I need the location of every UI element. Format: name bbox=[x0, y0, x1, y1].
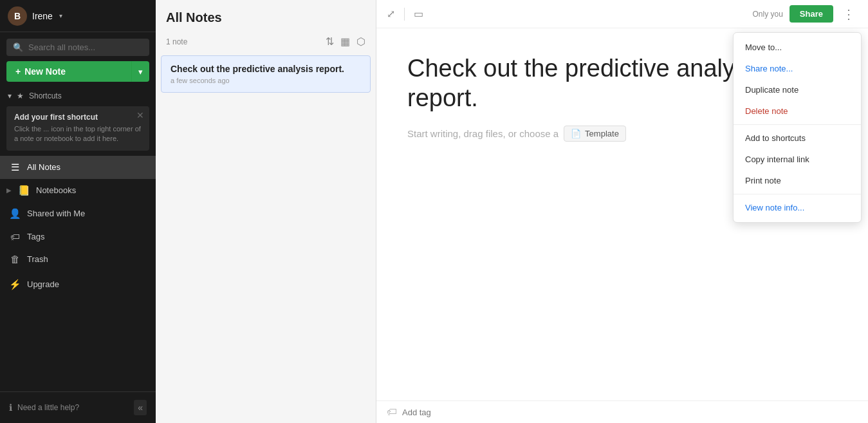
shared-label: Shared with Me bbox=[27, 209, 85, 218]
new-note-bar: + New Note ▾ bbox=[6, 61, 149, 82]
context-menu: Move to... Share note... Duplicate note … bbox=[733, 32, 862, 223]
shared-icon: 👤 bbox=[9, 208, 21, 220]
upgrade-icon: ⚡ bbox=[9, 279, 21, 290]
sidebar: B Irene ▾ 🔍 + New Note ▾ ▾ ★ Shortcuts ✕… bbox=[0, 0, 156, 423]
menu-item-move-to[interactable]: Move to... bbox=[734, 37, 861, 58]
menu-item-view-note-info[interactable]: View note info... bbox=[734, 197, 861, 218]
search-bar[interactable]: 🔍 bbox=[6, 39, 149, 56]
expand-icon[interactable]: ⤢ bbox=[387, 8, 395, 20]
menu-divider-1 bbox=[734, 124, 861, 125]
note-count: 1 note bbox=[166, 37, 187, 46]
shortcuts-chevron-icon: ▾ bbox=[8, 91, 12, 100]
menu-item-copy-internal-link[interactable]: Copy internal link bbox=[734, 149, 861, 170]
layout-icon[interactable]: ▭ bbox=[414, 8, 423, 20]
template-button[interactable]: 📄 Template bbox=[564, 126, 626, 142]
search-input[interactable] bbox=[28, 42, 143, 52]
sidebar-header: B Irene ▾ bbox=[0, 0, 156, 32]
share-button[interactable]: Share bbox=[790, 5, 833, 23]
only-you-label: Only you bbox=[753, 10, 783, 19]
upgrade-label: Upgrade bbox=[27, 279, 59, 289]
sort-icon[interactable]: ⇅ bbox=[326, 35, 334, 48]
menu-item-add-shortcuts[interactable]: Add to shortcuts bbox=[734, 127, 861, 149]
sidebar-item-trash[interactable]: 🗑 Trash bbox=[0, 248, 156, 270]
template-icon: 📄 bbox=[571, 129, 581, 138]
notebooks-icon: 📒 bbox=[18, 185, 30, 196]
note-list-panel: All Notes 1 note ⇅ ▦ ⬡ Check out the pre… bbox=[156, 0, 376, 423]
editor-toolbar: ⤢ ▭ Only you Share ⋮ bbox=[376, 0, 868, 28]
all-notes-label: All Notes bbox=[27, 162, 60, 172]
plus-icon: + bbox=[15, 66, 21, 77]
search-icon: 🔍 bbox=[13, 42, 23, 52]
notebooks-chevron-icon: ▶ bbox=[6, 187, 12, 194]
note-card-title: Check out the predictive analysis report… bbox=[171, 64, 361, 74]
shortcut-hint-box: ✕ Add your first shortcut Click the ... … bbox=[6, 106, 149, 151]
add-tag-input[interactable] bbox=[402, 408, 510, 417]
menu-item-share-note[interactable]: Share note... bbox=[734, 58, 861, 79]
tag-icon: 🏷 bbox=[387, 406, 397, 418]
tags-label: Tags bbox=[27, 232, 44, 241]
user-chevron-icon[interactable]: ▾ bbox=[59, 12, 62, 19]
menu-item-print-note[interactable]: Print note bbox=[734, 170, 861, 191]
menu-item-duplicate-note[interactable]: Duplicate note bbox=[734, 79, 861, 100]
note-card[interactable]: Check out the predictive analysis report… bbox=[161, 55, 371, 93]
shortcuts-section[interactable]: ▾ ★ Shortcuts bbox=[0, 88, 156, 104]
editor-footer: 🏷 bbox=[376, 400, 868, 423]
sidebar-item-notebooks[interactable]: ▶ 📒 Notebooks bbox=[0, 179, 156, 202]
note-card-time: a few seconds ago bbox=[171, 77, 361, 84]
all-notes-icon: ☰ bbox=[9, 162, 21, 173]
user-name: Irene bbox=[32, 11, 53, 21]
sidebar-item-tags[interactable]: 🏷 Tags bbox=[0, 225, 156, 248]
sidebar-item-all-notes[interactable]: ☰ All Notes bbox=[0, 156, 156, 179]
shortcut-close-button[interactable]: ✕ bbox=[136, 110, 144, 120]
avatar[interactable]: B bbox=[8, 6, 27, 26]
new-note-dropdown-button[interactable]: ▾ bbox=[131, 61, 149, 82]
shortcuts-star-icon: ★ bbox=[17, 91, 24, 100]
editor-top-right: Only you Share ⋮ bbox=[753, 5, 858, 23]
trash-label: Trash bbox=[27, 254, 48, 264]
tags-icon: 🏷 bbox=[9, 231, 21, 242]
help-icon: ℹ bbox=[9, 402, 12, 413]
note-list-header: All Notes bbox=[156, 0, 376, 32]
sidebar-item-shared[interactable]: 👤 Shared with Me bbox=[0, 202, 156, 225]
toolbar-divider bbox=[404, 8, 405, 21]
new-note-button[interactable]: + New Note bbox=[6, 61, 131, 82]
shortcut-title: Add your first shortcut bbox=[14, 113, 142, 122]
collapse-sidebar-button[interactable]: « bbox=[134, 400, 147, 415]
new-note-label: New Note bbox=[24, 66, 66, 77]
view-toggle-icon[interactable]: ▦ bbox=[340, 35, 350, 48]
sidebar-footer[interactable]: ℹ Need a little help? « bbox=[0, 391, 156, 423]
sidebar-item-upgrade[interactable]: ⚡ Upgrade bbox=[0, 273, 156, 296]
note-list-title: All Notes bbox=[166, 10, 365, 25]
notebooks-label: Notebooks bbox=[36, 185, 76, 195]
more-options-button[interactable]: ⋮ bbox=[840, 6, 858, 22]
editor-panel: ⤢ ▭ Only you Share ⋮ Check out the predi… bbox=[376, 0, 868, 423]
shortcut-desc: Click the ... icon in the top right corn… bbox=[14, 124, 142, 144]
help-label: Need a little help? bbox=[17, 403, 79, 412]
body-hint-text: Start writing, drag files, or choose a bbox=[407, 128, 559, 139]
menu-divider-2 bbox=[734, 194, 861, 194]
shortcuts-label: Shortcuts bbox=[29, 91, 62, 100]
share-list-icon[interactable]: ⬡ bbox=[356, 35, 365, 48]
menu-item-delete-note[interactable]: Delete note bbox=[734, 100, 861, 122]
template-label: Template bbox=[585, 129, 619, 138]
note-list-toolbar: 1 note ⇅ ▦ ⬡ bbox=[156, 32, 376, 53]
trash-icon: 🗑 bbox=[9, 254, 21, 265]
note-list-toolbar-icons: ⇅ ▦ ⬡ bbox=[326, 35, 365, 48]
